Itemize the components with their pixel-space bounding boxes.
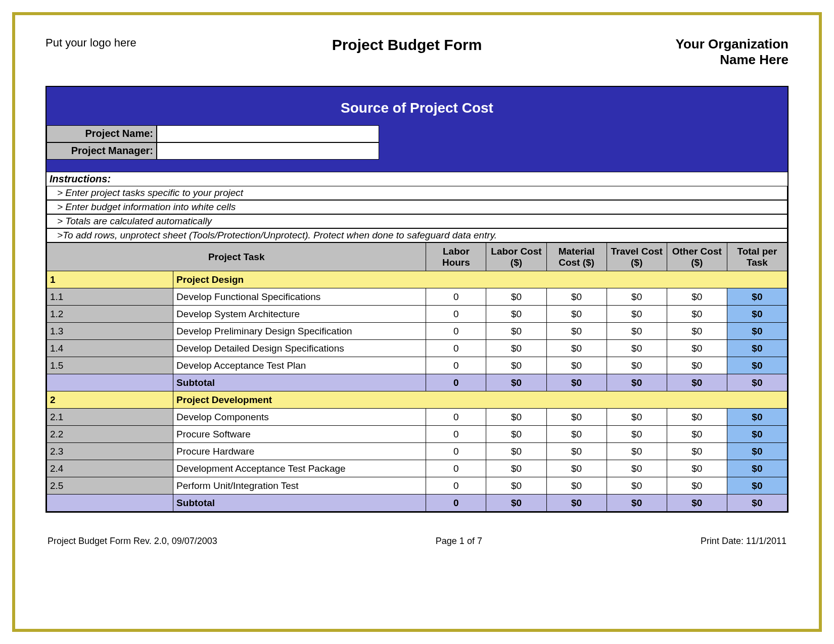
travel-cost-cell[interactable]: $0 (607, 288, 667, 306)
subtotal-spacer (47, 374, 173, 391)
task-id: 2.5 (47, 477, 173, 494)
travel-cost-cell[interactable]: $0 (607, 443, 667, 460)
other-cost-cell[interactable]: $0 (667, 460, 727, 477)
row-total-cell: $0 (727, 426, 787, 443)
other-cost-cell[interactable]: $0 (667, 477, 727, 494)
subtotal-other: $0 (667, 374, 727, 391)
task-name[interactable]: Develop Preliminary Design Specification (173, 323, 426, 340)
labor-cost-cell[interactable]: $0 (486, 443, 546, 460)
task-name[interactable]: Develop System Architecture (173, 306, 426, 323)
travel-cost-cell[interactable]: $0 (607, 357, 667, 374)
col-other-cost: Other Cost ($) (667, 243, 727, 271)
labor-cost-cell[interactable]: $0 (486, 477, 546, 494)
material-cost-cell[interactable]: $0 (546, 306, 607, 323)
material-cost-cell[interactable]: $0 (546, 426, 607, 443)
subtotal-other: $0 (667, 494, 727, 512)
task-id: 1.3 (47, 323, 173, 340)
labor-cost-cell[interactable]: $0 (486, 288, 546, 306)
project-name-input[interactable] (157, 125, 379, 142)
labor-hours-cell[interactable]: 0 (426, 306, 486, 323)
labor-hours-cell[interactable]: 0 (426, 409, 486, 426)
material-cost-cell[interactable]: $0 (546, 323, 607, 340)
page-frame: Put your logo here Project Budget Form Y… (12, 12, 822, 632)
other-cost-cell[interactable]: $0 (667, 306, 727, 323)
material-cost-cell[interactable]: $0 (546, 357, 607, 374)
subtotal-material: $0 (546, 374, 607, 391)
material-cost-cell[interactable]: $0 (546, 443, 607, 460)
travel-cost-cell[interactable]: $0 (607, 460, 667, 477)
labor-hours-cell[interactable]: 0 (426, 288, 486, 306)
instruction-line: > Enter project tasks specific to your p… (47, 186, 787, 200)
task-name[interactable]: Development Acceptance Test Package (173, 460, 426, 477)
material-cost-cell[interactable]: $0 (546, 460, 607, 477)
page-title: Project Budget Form (187, 36, 627, 54)
other-cost-cell[interactable]: $0 (667, 288, 727, 306)
task-id: 2.3 (47, 443, 173, 460)
travel-cost-cell[interactable]: $0 (607, 323, 667, 340)
other-cost-cell[interactable]: $0 (667, 409, 727, 426)
subtotal-total: $0 (727, 494, 787, 512)
task-name[interactable]: Perform Unit/Integration Test (173, 477, 426, 494)
row-total-cell: $0 (727, 306, 787, 323)
task-name[interactable]: Develop Functional Specifications (173, 288, 426, 306)
material-cost-cell[interactable]: $0 (546, 288, 607, 306)
subtotal-row: Subtotal0$0$0$0$0$0 (47, 494, 787, 512)
subtotal-hours: 0 (426, 374, 486, 391)
labor-hours-cell[interactable]: 0 (426, 340, 486, 357)
subtotal-travel: $0 (607, 374, 667, 391)
task-name[interactable]: Procure Software (173, 426, 426, 443)
travel-cost-cell[interactable]: $0 (607, 409, 667, 426)
labor-hours-cell[interactable]: 0 (426, 443, 486, 460)
labor-cost-cell[interactable]: $0 (486, 340, 546, 357)
task-row: 2.5Perform Unit/Integration Test0$0$0$0$… (47, 477, 787, 494)
col-total: Total per Task (727, 243, 787, 271)
org-name: Your Organization Name Here (627, 36, 789, 68)
col-material-cost: Material Cost ($) (546, 243, 607, 271)
instruction-line: > Enter budget information into white ce… (47, 200, 787, 214)
travel-cost-cell[interactable]: $0 (607, 306, 667, 323)
labor-hours-cell[interactable]: 0 (426, 460, 486, 477)
task-row: 1.5Develop Acceptance Test Plan0$0$0$0$0… (47, 357, 787, 374)
task-row: 2.4Development Acceptance Test Package0$… (47, 460, 787, 477)
other-cost-cell[interactable]: $0 (667, 443, 727, 460)
col-labor-hours: Labor Hours (426, 243, 486, 271)
section-header-row: 1Project Design (47, 271, 787, 288)
task-name[interactable]: Develop Detailed Design Specifications (173, 340, 426, 357)
row-total-cell: $0 (727, 288, 787, 306)
project-manager-input[interactable] (157, 142, 379, 160)
task-row: 1.2Develop System Architecture0$0$0$0$0$… (47, 306, 787, 323)
labor-cost-cell[interactable]: $0 (486, 460, 546, 477)
labor-cost-cell[interactable]: $0 (486, 306, 546, 323)
other-cost-cell[interactable]: $0 (667, 357, 727, 374)
labor-hours-cell[interactable]: 0 (426, 323, 486, 340)
row-total-cell: $0 (727, 357, 787, 374)
task-name[interactable]: Develop Components (173, 409, 426, 426)
material-cost-cell[interactable]: $0 (546, 477, 607, 494)
labor-cost-cell[interactable]: $0 (486, 357, 546, 374)
labor-cost-cell[interactable]: $0 (486, 323, 546, 340)
labor-hours-cell[interactable]: 0 (426, 426, 486, 443)
material-cost-cell[interactable]: $0 (546, 340, 607, 357)
travel-cost-cell[interactable]: $0 (607, 340, 667, 357)
budget-table: Project Task Labor Hours Labor Cost ($) … (47, 242, 787, 512)
task-row: 1.4Develop Detailed Design Specification… (47, 340, 787, 357)
subtotal-label: Subtotal (173, 494, 426, 512)
other-cost-cell[interactable]: $0 (667, 323, 727, 340)
task-name[interactable]: Procure Hardware (173, 443, 426, 460)
other-cost-cell[interactable]: $0 (667, 340, 727, 357)
task-id: 1.2 (47, 306, 173, 323)
page-header: Put your logo here Project Budget Form Y… (45, 36, 789, 68)
instruction-line: > Totals are calculated automatically (47, 214, 787, 228)
footer-revision: Project Budget Form Rev. 2.0, 09/07/2003 (48, 536, 217, 547)
task-row: 2.3Procure Hardware0$0$0$0$0$0 (47, 443, 787, 460)
other-cost-cell[interactable]: $0 (667, 426, 727, 443)
material-cost-cell[interactable]: $0 (546, 409, 607, 426)
task-name[interactable]: Develop Acceptance Test Plan (173, 357, 426, 374)
travel-cost-cell[interactable]: $0 (607, 477, 667, 494)
labor-hours-cell[interactable]: 0 (426, 357, 486, 374)
travel-cost-cell[interactable]: $0 (607, 426, 667, 443)
labor-cost-cell[interactable]: $0 (486, 426, 546, 443)
labor-hours-cell[interactable]: 0 (426, 477, 486, 494)
labor-cost-cell[interactable]: $0 (486, 409, 546, 426)
task-row: 2.1Develop Components0$0$0$0$0$0 (47, 409, 787, 426)
